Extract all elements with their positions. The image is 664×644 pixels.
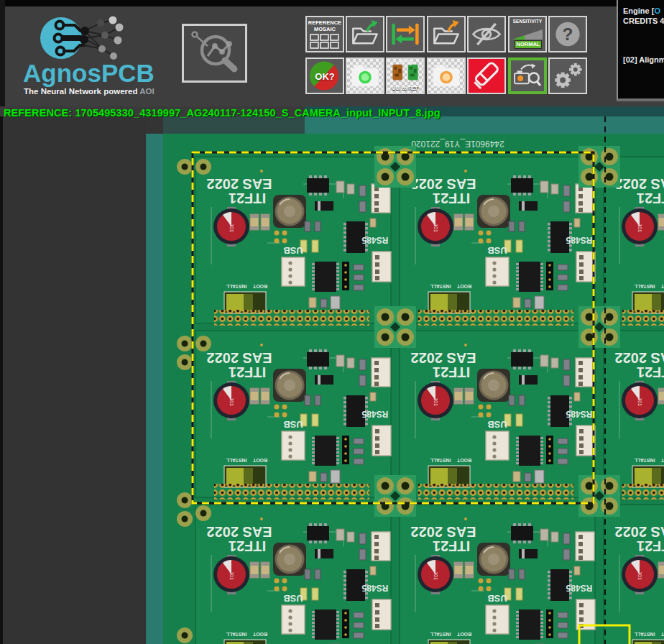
agnospcb-logo-icon <box>39 16 134 63</box>
step-line: [02] Alignm <box>623 55 664 65</box>
help-button[interactable]: ? <box>548 16 587 52</box>
reference-mosaic-button[interactable]: REFERENCE MOSAIC <box>305 16 344 52</box>
uui-to-ref-button[interactable]: UUI to REF <box>386 58 425 94</box>
open-input-button[interactable] <box>427 16 466 52</box>
agnospcb-app-window: AgnosPCB The Neural Network powered AOI … <box>0 0 664 644</box>
open-reference-button[interactable] <box>346 16 384 52</box>
uui-to-ref-boards-icon <box>387 59 423 93</box>
sensitivity-value-badge: NORMAL <box>515 40 542 49</box>
swap-reference-input-button[interactable] <box>386 16 425 52</box>
sensitivity-button[interactable]: SENSITIVITY NORMAL <box>508 16 547 52</box>
reference-filename-label: REFERENCE: 1705495330_4319997_AG240117-1… <box>4 107 441 119</box>
image-viewer[interactable]: EAS 2022 ITF21 101 <box>0 106 664 644</box>
toggle-visibility-button[interactable] <box>467 16 506 52</box>
settings-button[interactable] <box>548 58 587 94</box>
window-top-bar <box>0 0 664 6</box>
analysis-preview-box[interactable] <box>182 24 247 83</box>
ok-check-circle-icon <box>307 59 343 93</box>
engine-status-panel: Engine [O CREDITS 4 [02] Alignm <box>617 0 664 101</box>
panel-serial-text: 2449601E_Y19_221020 <box>411 139 504 149</box>
app-logo: AgnosPCB The Neural Network powered AOI <box>20 12 164 101</box>
ok-check-button[interactable]: OK? <box>305 58 344 94</box>
camera-orange-lens-icon <box>428 59 464 93</box>
svg-text:?: ? <box>563 24 573 44</box>
network-magnifier-icon <box>184 26 245 80</box>
question-mark-icon: ? <box>550 17 586 51</box>
swap-arrows-icon <box>387 17 423 51</box>
eraser-button[interactable] <box>467 58 506 94</box>
credits-line: CREDITS 4 <box>623 16 664 26</box>
camera-green-lens-icon <box>347 59 383 93</box>
eraser-icon <box>469 59 504 93</box>
camera-magnifier-icon <box>511 60 544 91</box>
brand-name: AgnosPCB <box>23 59 164 88</box>
gears-icon <box>550 59 586 93</box>
capture-reference-camera-button[interactable] <box>346 58 384 94</box>
eye-slash-icon <box>469 17 504 51</box>
brand-tagline: The Neural Network powered AOI <box>24 87 182 96</box>
engine-status-line: Engine [O <box>623 6 664 16</box>
window-left-edge <box>0 0 5 106</box>
pcb-board: 2449601E_Y19_221020 <box>163 134 664 644</box>
capture-input-camera-button[interactable] <box>427 58 466 94</box>
folder-green-arrow-icon <box>347 17 383 51</box>
folder-orange-arrow-icon <box>428 17 464 51</box>
pcb-photo-canvas[interactable]: EAS 2022 ITF21 101 <box>0 106 664 644</box>
capture-inspect-button[interactable] <box>508 58 547 94</box>
mosaic-grid-icon <box>307 17 343 51</box>
board-edge <box>146 134 163 644</box>
